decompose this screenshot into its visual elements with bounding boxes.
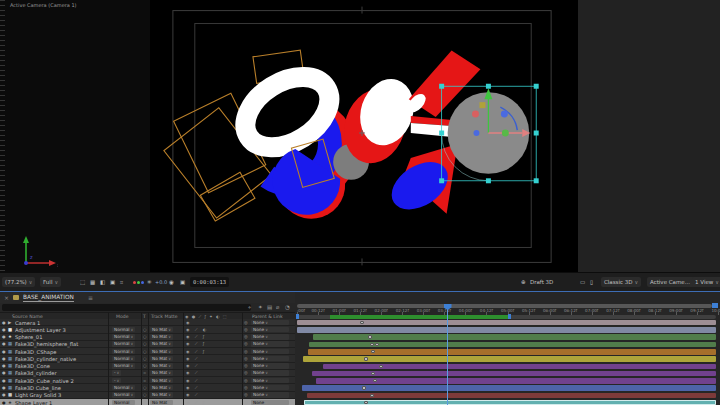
- parent-dropdown[interactable]: None∨: [251, 349, 289, 354]
- keyframe-marker[interactable]: [371, 372, 374, 375]
- layer-name[interactable]: Fake3D_Cube_native 2: [15, 378, 74, 384]
- mask-visibility-icon[interactable]: ▣: [110, 277, 115, 287]
- keyframe-marker[interactable]: [364, 401, 367, 404]
- track-matte-dropdown[interactable]: No Mat∨: [150, 349, 173, 354]
- keyframe-marker[interactable]: [364, 357, 367, 360]
- show-snapshot-icon[interactable]: ▣: [180, 277, 185, 287]
- search-input[interactable]: [2, 304, 251, 311]
- blend-mode-dropdown[interactable]: Normal∨: [112, 400, 135, 405]
- preserve-transparency-toggle[interactable]: ○: [143, 327, 147, 333]
- shy-layers-icon[interactable]: ▤: [267, 304, 272, 310]
- preserve-transparency-toggle[interactable]: =: [143, 378, 146, 384]
- blend-mode-dropdown[interactable]: Normal∨: [112, 334, 135, 339]
- work-area-start-handle[interactable]: [296, 314, 299, 319]
- parent-dropdown[interactable]: None∨: [251, 320, 289, 325]
- frame-blend-icon[interactable]: ⌀: [276, 304, 279, 310]
- parent-pickwhip-icon[interactable]: ◎: [244, 363, 248, 369]
- track-matte-dropdown[interactable]: No Mat∨: [150, 378, 173, 383]
- parent-dropdown[interactable]: None∨: [251, 334, 289, 339]
- visibility-toggle[interactable]: ●: [2, 378, 6, 384]
- track-matte-dropdown[interactable]: No Mat∨: [150, 356, 173, 361]
- layer-switches[interactable]: ◉ ⟋: [186, 385, 200, 391]
- layer-switches[interactable]: ◉ ⟋: [186, 363, 200, 369]
- current-time-display[interactable]: 0:00:03:13: [190, 277, 229, 287]
- layer-switches[interactable]: ◉ ⟋ ◐: [186, 327, 208, 333]
- parent-pickwhip-icon[interactable]: ◎: [244, 392, 248, 398]
- camera-view-dropdown[interactable]: Active Came...∨: [647, 277, 699, 287]
- blend-mode-dropdown[interactable]: Normal∨: [112, 327, 135, 332]
- region-of-interest-icon[interactable]: ⬚: [80, 277, 85, 287]
- layer-duration-bar[interactable]: [313, 334, 716, 340]
- blend-mode-dropdown[interactable]: Normal∨: [112, 363, 135, 368]
- parent-pickwhip-icon[interactable]: ◎: [244, 356, 248, 362]
- layer-switches[interactable]: ◉ ⟋: [186, 378, 200, 384]
- visibility-toggle[interactable]: ●: [2, 320, 6, 326]
- exposure-value[interactable]: +0.0: [155, 277, 167, 287]
- keyframe-marker[interactable]: [371, 350, 374, 353]
- layer-name[interactable]: Fake3D_Cone: [15, 363, 50, 369]
- exposure-icon[interactable]: ✳: [147, 277, 152, 287]
- parent-dropdown[interactable]: None∨: [251, 378, 289, 383]
- layer-name[interactable]: Adjustment Layer 3: [15, 327, 66, 333]
- transparency-grid-icon[interactable]: ◧: [100, 277, 105, 287]
- fast-previews-icon[interactable]: ⊕: [521, 277, 526, 287]
- preserve-transparency-toggle[interactable]: ○: [143, 349, 147, 355]
- take-snapshot-icon[interactable]: ◉: [169, 277, 174, 287]
- keyframe-marker[interactable]: [360, 321, 363, 324]
- renderer-dropdown[interactable]: Classic 3D∨: [601, 277, 641, 287]
- preserve-transparency-toggle[interactable]: ○: [143, 400, 147, 405]
- magnification-dropdown[interactable]: (77.2%)∨: [2, 277, 35, 287]
- visibility-toggle[interactable]: ●: [2, 400, 6, 405]
- visibility-toggle[interactable]: ●: [2, 356, 6, 362]
- layer-duration-bar[interactable]: [297, 327, 716, 333]
- timeline-tab[interactable]: BASE_ANIMATION: [23, 294, 74, 302]
- layer-name[interactable]: Camera 1: [15, 320, 40, 326]
- keyframe-marker[interactable]: [368, 335, 371, 338]
- title-action-safe-icon[interactable]: ▦: [90, 277, 95, 287]
- blend-mode-dropdown[interactable]: Normal∨: [112, 341, 135, 346]
- layer-switches[interactable]: ◉: [186, 320, 192, 326]
- layer-switches[interactable]: ◉ ⟋ ƒ: [186, 341, 206, 347]
- keyframe-marker[interactable]: [375, 343, 378, 346]
- layer-duration-bar[interactable]: [308, 349, 716, 355]
- parent-dropdown[interactable]: None∨: [251, 363, 289, 368]
- layer-switches[interactable]: ◉ ⟋ ƒ: [186, 400, 206, 405]
- visibility-toggle[interactable]: ●: [2, 349, 6, 355]
- close-panel-icon[interactable]: ×: [4, 294, 9, 301]
- parent-pickwhip-icon[interactable]: ◎: [244, 378, 248, 384]
- keyframe-marker[interactable]: [373, 379, 376, 382]
- blend-mode-dropdown[interactable]: -∨: [112, 370, 121, 375]
- parent-dropdown[interactable]: None∨: [251, 327, 289, 332]
- layer-name[interactable]: Fake3D_cylinder_native: [15, 356, 76, 362]
- layer-name[interactable]: Fake3D_CShape: [15, 349, 56, 355]
- work-area-end-handle[interactable]: [508, 314, 511, 319]
- parent-pickwhip-icon[interactable]: ◎: [244, 320, 248, 326]
- visibility-toggle[interactable]: ●: [2, 334, 6, 340]
- preserve-transparency-toggle[interactable]: ○: [143, 341, 147, 347]
- track-matte-dropdown[interactable]: No Mat∨: [150, 385, 173, 390]
- view-layout-dropdown[interactable]: 1 View∨: [692, 277, 720, 287]
- layer-name[interactable]: Fake3d_cylinder: [15, 370, 57, 376]
- composition-canvas[interactable]: [150, 0, 578, 272]
- motion-blur-icon[interactable]: ◔: [285, 304, 290, 310]
- blend-mode-dropdown[interactable]: Normal∨: [112, 385, 135, 390]
- composition-miniflow-icon[interactable]: ⌖: [248, 304, 251, 311]
- parent-pickwhip-icon[interactable]: ◎: [244, 385, 248, 391]
- layer-name[interactable]: Shape Layer 1: [15, 400, 52, 405]
- layer-switches[interactable]: ◉ ⟋: [186, 370, 200, 376]
- parent-pickwhip-icon[interactable]: ◎: [244, 327, 248, 333]
- parent-dropdown[interactable]: None∨: [251, 341, 289, 346]
- visibility-toggle[interactable]: ●: [2, 392, 6, 398]
- track-matte-dropdown[interactable]: No Mat∨: [150, 341, 173, 346]
- parent-dropdown[interactable]: None∨: [251, 400, 289, 405]
- track-matte-dropdown[interactable]: No Mat∨: [150, 400, 173, 405]
- parent-pickwhip-icon[interactable]: ◎: [244, 400, 248, 405]
- visibility-toggle[interactable]: ●: [2, 363, 6, 369]
- parent-dropdown[interactable]: None∨: [251, 392, 289, 397]
- extended-viewer-icon[interactable]: ▯: [590, 277, 593, 287]
- preserve-transparency-toggle[interactable]: ○: [143, 392, 147, 398]
- layer-name[interactable]: Sphere_01: [15, 334, 42, 340]
- layer-switches[interactable]: ◉ ⟋ ƒ: [186, 334, 206, 340]
- track-matte-dropdown[interactable]: No Mat∨: [150, 334, 173, 339]
- parent-pickwhip-icon[interactable]: ◎: [244, 349, 248, 355]
